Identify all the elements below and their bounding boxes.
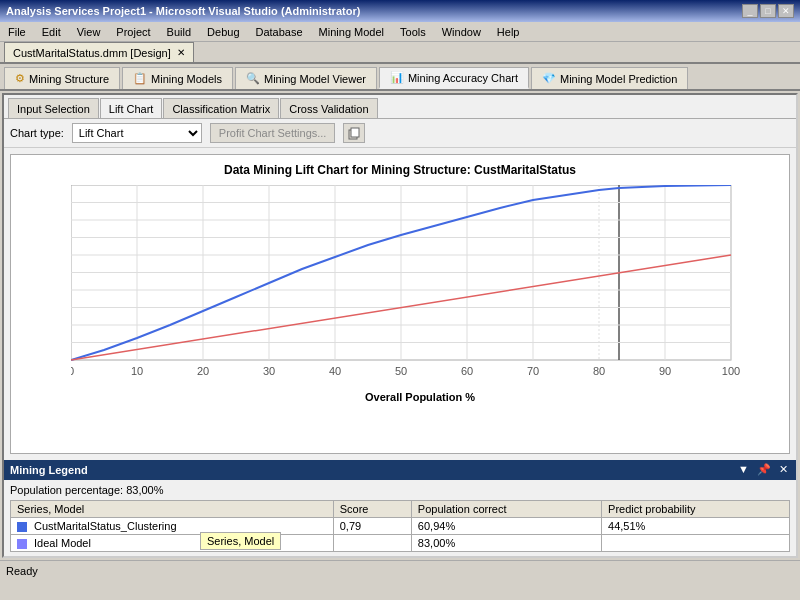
menu-edit[interactable]: Edit (38, 25, 65, 39)
legend-collapse-button[interactable]: ▼ (736, 463, 751, 476)
svg-rect-1 (351, 128, 359, 137)
legend-title: Mining Legend (10, 464, 88, 476)
legend-controls: ▼ 📌 ✕ (736, 463, 790, 476)
svg-text:90: 90 (659, 365, 671, 377)
row2-pop-correct: 83,00% (411, 534, 601, 551)
sub-tabs: Input Selection Lift Chart Classificatio… (4, 95, 796, 119)
menu-window[interactable]: Window (438, 25, 485, 39)
svg-text:100: 100 (722, 365, 740, 377)
profit-chart-settings-button[interactable]: Profit Chart Settings... (210, 123, 336, 143)
sub-tab-cross-label: Cross Validation (289, 103, 368, 115)
doc-tab-close[interactable]: ✕ (177, 47, 185, 58)
row1-series-label: CustMaritalStatus_Clustering (34, 520, 176, 532)
legend-header: Mining Legend ▼ 📌 ✕ (4, 460, 796, 480)
col-series-model: Series, Model (11, 500, 334, 517)
minimize-button[interactable]: _ (742, 4, 758, 18)
row1-series: CustMaritalStatus_Clustering (11, 517, 334, 534)
svg-text:30: 30 (263, 365, 275, 377)
tab-mining-structure[interactable]: ⚙ Mining Structure (4, 67, 120, 89)
population-percentage: Population percentage: 83,00% (10, 484, 790, 496)
row1-score: 0,79 (333, 517, 411, 534)
tab-mining-models[interactable]: 📋 Mining Models (122, 67, 233, 89)
chart-svg: 100 90 80 70 60 50 40 30 20 10 0 0 10 (71, 185, 751, 380)
sub-tab-input-selection[interactable]: Input Selection (8, 98, 99, 118)
doc-tab[interactable]: CustMaritalStatus.dmm [Design] ✕ (4, 42, 194, 62)
menu-build[interactable]: Build (163, 25, 195, 39)
row1-color-dot (17, 522, 27, 532)
row1-pop-correct: 60,94% (411, 517, 601, 534)
svg-text:80: 80 (593, 365, 605, 377)
row2-predict-prob (602, 534, 790, 551)
series-model-tooltip: Series, Model (200, 532, 281, 550)
table-row: CustMaritalStatus_Clustering 0,79 60,94%… (11, 517, 790, 534)
main-tabs: ⚙ Mining Structure 📋 Mining Models 🔍 Min… (0, 64, 800, 91)
tab-accuracy-chart-label: Mining Accuracy Chart (408, 72, 518, 84)
svg-text:60: 60 (461, 365, 473, 377)
menu-debug[interactable]: Debug (203, 25, 243, 39)
menu-mining-model[interactable]: Mining Model (315, 25, 388, 39)
legend-pin-button[interactable]: 📌 (755, 463, 773, 476)
sub-tab-lift-chart[interactable]: Lift Chart (100, 98, 163, 118)
sub-tab-cross-validation[interactable]: Cross Validation (280, 98, 377, 118)
legend-close-button[interactable]: ✕ (777, 463, 790, 476)
chart-type-label: Chart type: (10, 127, 64, 139)
svg-text:70: 70 (527, 365, 539, 377)
chart-title: Data Mining Lift Chart for Mining Struct… (11, 155, 789, 181)
mining-structure-icon: ⚙ (15, 72, 25, 85)
svg-text:50: 50 (395, 365, 407, 377)
svg-text:40: 40 (329, 365, 341, 377)
tab-mining-structure-label: Mining Structure (29, 73, 109, 85)
col-predict-probability: Predict probability (602, 500, 790, 517)
status-bar: Ready (0, 560, 800, 580)
menu-bar: File Edit View Project Build Debug Datab… (0, 22, 800, 42)
prediction-icon: 💎 (542, 72, 556, 85)
table-row: Ideal Model 83,00% (11, 534, 790, 551)
menu-view[interactable]: View (73, 25, 105, 39)
sub-tab-classification-matrix[interactable]: Classification Matrix (163, 98, 279, 118)
row2-series: Ideal Model (11, 534, 334, 551)
toolbar-row: Chart type: Lift Chart Profit Chart Prof… (4, 119, 796, 148)
tab-mining-model-viewer[interactable]: 🔍 Mining Model Viewer (235, 67, 377, 89)
sub-tab-lift-label: Lift Chart (109, 103, 154, 115)
row2-series-label: Ideal Model (34, 537, 91, 549)
close-button[interactable]: ✕ (778, 4, 794, 18)
sub-tab-class-label: Classification Matrix (172, 103, 270, 115)
row2-color-dot (17, 539, 27, 549)
col-population-correct: Population correct (411, 500, 601, 517)
chart-type-select[interactable]: Lift Chart Profit Chart (72, 123, 202, 143)
row2-score (333, 534, 411, 551)
title-bar-buttons: _ □ ✕ (742, 4, 794, 18)
menu-file[interactable]: File (4, 25, 30, 39)
mining-models-icon: 📋 (133, 72, 147, 85)
doc-tab-label: CustMaritalStatus.dmm [Design] (13, 47, 171, 59)
svg-text:0: 0 (71, 365, 74, 377)
legend-body: Population percentage: 83,00% Series, Mo… (4, 480, 796, 556)
tab-mining-accuracy-chart[interactable]: 📊 Mining Accuracy Chart (379, 67, 529, 89)
svg-text:10: 10 (131, 365, 143, 377)
status-text: Ready (6, 565, 38, 577)
x-axis-label: Overall Population % (71, 391, 769, 403)
mining-legend-panel: Mining Legend ▼ 📌 ✕ Population percentag… (4, 460, 796, 556)
title-bar-text: Analysis Services Project1 - Microsoft V… (6, 5, 360, 17)
tab-prediction-label: Mining Model Prediction (560, 73, 677, 85)
legend-table: Series, Model Score Population correct P… (10, 500, 790, 552)
col-score: Score (333, 500, 411, 517)
tab-mining-model-prediction[interactable]: 💎 Mining Model Prediction (531, 67, 688, 89)
row1-predict-prob: 44,51% (602, 517, 790, 534)
copy-icon-button[interactable] (343, 123, 365, 143)
svg-text:20: 20 (197, 365, 209, 377)
maximize-button[interactable]: □ (760, 4, 776, 18)
tab-mining-viewer-label: Mining Model Viewer (264, 73, 366, 85)
accuracy-chart-icon: 📊 (390, 71, 404, 84)
sub-tab-input-label: Input Selection (17, 103, 90, 115)
tab-mining-models-label: Mining Models (151, 73, 222, 85)
menu-database[interactable]: Database (252, 25, 307, 39)
menu-tools[interactable]: Tools (396, 25, 430, 39)
mining-viewer-icon: 🔍 (246, 72, 260, 85)
menu-project[interactable]: Project (112, 25, 154, 39)
chart-container: Data Mining Lift Chart for Mining Struct… (10, 154, 790, 454)
menu-help[interactable]: Help (493, 25, 524, 39)
doc-tab-bar: CustMaritalStatus.dmm [Design] ✕ (0, 42, 800, 64)
title-bar: Analysis Services Project1 - Microsoft V… (0, 0, 800, 22)
